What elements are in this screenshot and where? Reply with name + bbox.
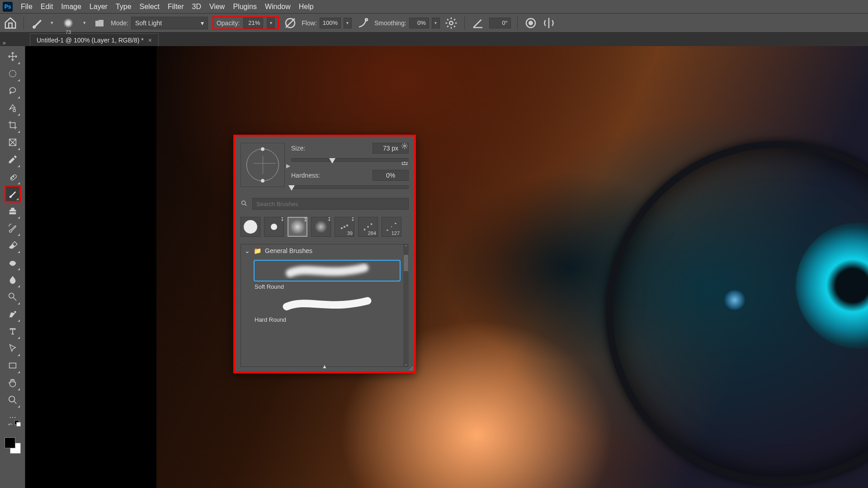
svg-point-16 bbox=[242, 201, 245, 204]
frame-tool[interactable] bbox=[5, 134, 21, 151]
dodge-tool[interactable] bbox=[5, 288, 21, 305]
recent-brush-2[interactable]: ↧ bbox=[264, 217, 284, 237]
blur-tool[interactable] bbox=[5, 271, 21, 288]
recent-brush-7[interactable]: 127 bbox=[382, 217, 401, 237]
angle-input[interactable]: 0° bbox=[489, 18, 511, 28]
size-label: Size: bbox=[291, 145, 324, 152]
menu-file[interactable]: File bbox=[21, 3, 33, 11]
default-colors-icon[interactable] bbox=[14, 420, 21, 427]
smoothing-slider-button[interactable]: ▾ bbox=[432, 18, 440, 28]
svg-point-11 bbox=[9, 293, 14, 298]
divider bbox=[464, 17, 465, 29]
opacity-input[interactable]: 21% bbox=[243, 18, 263, 28]
brush-preset-dropdown[interactable]: ▾ bbox=[81, 15, 88, 31]
brush-hard-round[interactable]: Hard Round bbox=[254, 293, 401, 323]
hardness-input[interactable]: 0% bbox=[373, 170, 409, 181]
foreground-color[interactable] bbox=[5, 437, 15, 448]
brush-folder-header[interactable]: ⌄ 📁 General Brushes bbox=[241, 244, 409, 257]
clone-stamp-tool[interactable] bbox=[5, 202, 21, 220]
menu-type[interactable]: Type bbox=[116, 3, 132, 11]
brush-list-scrollbar[interactable]: ⌃⌄ bbox=[403, 244, 409, 366]
zoom-tool[interactable] bbox=[5, 391, 21, 408]
history-brush-tool[interactable] bbox=[5, 220, 21, 237]
brush-tool-selected[interactable] bbox=[5, 185, 21, 202]
symmetry-icon[interactable] bbox=[542, 16, 556, 30]
lasso-tool[interactable] bbox=[5, 82, 21, 99]
mode-select[interactable]: Soft Light ▾ bbox=[131, 17, 208, 29]
move-tool[interactable] bbox=[5, 48, 21, 65]
divider bbox=[24, 17, 24, 29]
recent-brush-6[interactable]: 284 bbox=[358, 217, 378, 237]
close-tab-icon[interactable]: × bbox=[148, 37, 152, 44]
flow-slider-button[interactable]: ▾ bbox=[344, 18, 352, 28]
crop-tool[interactable] bbox=[5, 117, 21, 134]
home-icon[interactable] bbox=[4, 16, 17, 30]
path-selection-tool[interactable] bbox=[5, 340, 21, 357]
menu-filter[interactable]: Filter bbox=[168, 3, 184, 11]
rectangle-tool[interactable] bbox=[5, 357, 21, 374]
menu-plugins[interactable]: Plugins bbox=[233, 3, 256, 11]
swap-colors-icon[interactable]: ⤺ bbox=[8, 421, 13, 427]
smoothing-options-icon[interactable] bbox=[444, 16, 458, 30]
canvas-area[interactable]: ▶ Size: 73 px Hardness: 0% bbox=[25, 46, 868, 488]
menu-edit[interactable]: Edit bbox=[41, 3, 53, 11]
svg-point-5 bbox=[9, 70, 16, 77]
document-tab[interactable]: Untitled-1 @ 100% (Layer 1, RGB/8) * × bbox=[30, 33, 159, 46]
marquee-tool[interactable] bbox=[5, 65, 21, 82]
menu-window[interactable]: Window bbox=[265, 3, 291, 11]
gradient-tool[interactable] bbox=[5, 254, 21, 271]
resize-corner-icon[interactable] bbox=[408, 365, 413, 371]
divider bbox=[517, 17, 518, 29]
airbrush-icon[interactable] bbox=[356, 16, 370, 30]
pressure-size-icon[interactable] bbox=[524, 16, 538, 30]
pen-tool[interactable] bbox=[5, 305, 21, 323]
menu-help[interactable]: Help bbox=[299, 3, 314, 11]
menu-image[interactable]: Image bbox=[61, 3, 81, 11]
chevron-down-icon: ⌄ bbox=[245, 247, 250, 254]
svg-point-10 bbox=[13, 176, 14, 177]
brush-preview-button[interactable]: 73 bbox=[60, 15, 76, 31]
color-swatches[interactable] bbox=[4, 436, 22, 455]
eyedropper-tool[interactable] bbox=[5, 151, 21, 168]
brush-tool-icon[interactable] bbox=[30, 16, 44, 30]
svg-point-9 bbox=[11, 178, 12, 179]
angle-icon[interactable] bbox=[471, 16, 485, 30]
recent-brush-1[interactable] bbox=[241, 217, 260, 237]
svg-point-4 bbox=[529, 21, 533, 25]
menu-select[interactable]: Select bbox=[140, 3, 160, 11]
search-brushes-input[interactable] bbox=[252, 198, 409, 210]
size-slider[interactable] bbox=[291, 158, 409, 162]
brush-preset-panel-highlighted: ▶ Size: 73 px Hardness: 0% bbox=[233, 135, 416, 373]
menu-3d[interactable]: 3D bbox=[192, 3, 201, 11]
menu-bar: Ps File Edit Image Layer Type Select Fil… bbox=[0, 0, 868, 14]
tool-preset-dropdown[interactable]: ▾ bbox=[48, 15, 56, 31]
document-tab-row: » Untitled-1 @ 100% (Layer 1, RGB/8) * × bbox=[0, 33, 868, 46]
resize-handle-icon[interactable]: ▲ bbox=[322, 363, 327, 370]
mode-value: Soft Light bbox=[135, 19, 162, 27]
document-title: Untitled-1 @ 100% (Layer 1, RGB/8) * bbox=[37, 37, 144, 44]
type-tool[interactable] bbox=[5, 323, 21, 340]
recent-brush-3-selected[interactable]: ↧ bbox=[288, 217, 307, 237]
pressure-opacity-icon[interactable] bbox=[283, 16, 297, 30]
healing-tool[interactable] bbox=[5, 168, 21, 185]
expand-panels-icon[interactable]: » bbox=[3, 40, 6, 46]
gear-icon[interactable] bbox=[401, 142, 409, 150]
opacity-slider-button[interactable]: ▾ bbox=[267, 18, 275, 28]
svg-rect-12 bbox=[9, 363, 16, 368]
recent-brush-4[interactable]: ↧ bbox=[311, 217, 331, 237]
options-bar: ▾ 73 ▾ Mode: Soft Light ▾ Opacity: 21% ▾… bbox=[0, 14, 868, 33]
menu-layer[interactable]: Layer bbox=[90, 3, 108, 11]
eraser-tool[interactable] bbox=[5, 237, 21, 254]
selection-tool[interactable] bbox=[5, 99, 21, 117]
flow-input[interactable]: 100% bbox=[320, 18, 341, 28]
smoothing-input[interactable]: 0% bbox=[409, 18, 429, 28]
menu-view[interactable]: View bbox=[209, 3, 225, 11]
recent-brush-5[interactable]: ↧39 bbox=[335, 217, 354, 237]
brush-soft-round[interactable]: Soft Round bbox=[254, 260, 401, 290]
brush-angle-control[interactable] bbox=[241, 143, 285, 187]
hand-tool[interactable] bbox=[5, 374, 21, 391]
hardness-slider[interactable] bbox=[291, 185, 409, 189]
svg-point-14 bbox=[404, 145, 406, 147]
flip-arrow-icon[interactable]: ▶ bbox=[286, 163, 290, 169]
brush-settings-icon[interactable] bbox=[93, 16, 106, 30]
